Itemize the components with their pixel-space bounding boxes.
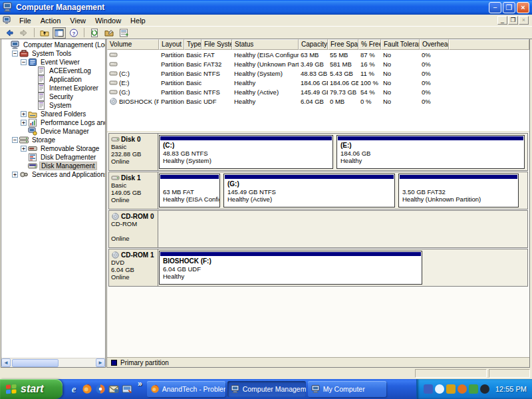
table-row[interactable]: (E:)PartitionBasicHealthy184.06 GB184.06… (107, 78, 529, 87)
sidebar-item-system-tools[interactable]: −System Tools (1, 49, 105, 58)
table-row[interactable]: BIOSHOCK (F:)PartitionBasicUDFHealthy6.0… (107, 96, 529, 106)
column-header-fault[interactable]: Fault Tolerance (381, 39, 420, 50)
show-desktop-icon[interactable] (122, 384, 132, 394)
column-header-fs[interactable]: File System (201, 39, 232, 50)
column-header-free[interactable]: Free Space (328, 39, 358, 50)
partition-box[interactable]: BIOSHOCK (F:)6.04 GB UDFHealthy (159, 251, 422, 285)
tray-4-icon[interactable] (458, 384, 467, 394)
menu-file[interactable]: File (15, 16, 36, 25)
media-player-icon[interactable] (95, 384, 106, 394)
column-header-volume[interactable]: Volume (107, 39, 159, 50)
cell-text: 48.83 GB (301, 70, 327, 77)
cell-text: No (383, 51, 391, 59)
tree-horizontal-scrollbar[interactable]: ◄ ► (1, 358, 105, 367)
tree-item-label: Services and Applications (31, 171, 106, 178)
expand-icon[interactable]: + (12, 172, 18, 178)
menu-action[interactable]: Action (36, 16, 66, 25)
tray-1-icon[interactable] (424, 384, 433, 394)
partition-box[interactable]: (E:)184.06 GBHealthy (336, 135, 525, 169)
sidebar-item-system[interactable]: System (1, 101, 105, 110)
disk-label[interactable]: CD-ROM 1DVD6.04 GBOnline (108, 249, 158, 287)
cell-text: Basic (186, 98, 201, 105)
partition-box[interactable]: (C:)48.83 GB NTFSHealthy (System) (159, 135, 333, 169)
scroll-left-arrow-icon[interactable]: ◄ (1, 358, 11, 367)
outlook-express-icon[interactable] (108, 384, 119, 394)
disk-label[interactable]: Disk 0Basic232.88 GBOnline (108, 133, 158, 171)
sidebar-item-aceeventlog[interactable]: ACEEventLog (1, 66, 105, 75)
disk-label[interactable]: CD-ROM 0CD-ROM Online (108, 210, 158, 248)
tree-item-label: Removable Storage (39, 145, 100, 152)
close-button[interactable]: × (517, 2, 529, 13)
collapse-icon[interactable]: − (12, 137, 18, 143)
console-tree-pane: Computer Management (Local)−System Tools… (1, 39, 106, 368)
table-row[interactable]: PartitionBasicFATHealthy (EISA Configura… (107, 50, 529, 59)
sidebar-item-security[interactable]: Security (1, 92, 105, 101)
firefox-icon[interactable] (82, 384, 92, 394)
partition-box[interactable]: 3.50 GB FAT32Healthy (Unknown Partition) (398, 174, 519, 207)
mdi-minimize-button[interactable]: _ (497, 16, 507, 25)
column-header-pct[interactable]: % Free (358, 39, 381, 50)
quick-launch-overflow-chevron[interactable]: » (136, 379, 144, 399)
table-row[interactable]: (G:)PartitionBasicNTFSHealthy (Active)14… (107, 87, 529, 96)
column-header-status[interactable]: Status (232, 39, 299, 50)
column-header-overhead[interactable]: Overhead (420, 39, 449, 50)
sidebar-item-performance-logs-and-alerts[interactable]: +Performance Logs and Alerts (1, 118, 105, 127)
sidebar-item-storage[interactable]: −Storage (1, 136, 105, 144)
sidebar-item-device-manager[interactable]: Device Manager (1, 127, 105, 136)
sidebar-item-event-viewer[interactable]: −Event Viewer (1, 58, 105, 66)
partition-box[interactable]: 63 MB FATHealthy (EISA Config (159, 174, 220, 207)
menu-view[interactable]: View (65, 16, 90, 25)
column-header-type[interactable]: Type (184, 39, 201, 50)
sidebar-item-services-and-applications[interactable]: +Services and Applications (1, 170, 105, 179)
start-button[interactable]: start (0, 379, 63, 399)
disk-partitions-area: BIOSHOCK (F:)6.04 GB UDFHealthy (158, 249, 528, 287)
show-hide-console-tree-button[interactable] (53, 27, 66, 39)
up-level-button[interactable] (38, 27, 51, 39)
status-panel (415, 369, 487, 378)
column-header-capacity[interactable]: Capacity (299, 39, 328, 50)
forward-button[interactable] (17, 27, 31, 39)
disk-label[interactable]: Disk 1Basic149.05 GBOnline (108, 172, 158, 209)
expand-icon[interactable]: + (21, 146, 27, 152)
collapse-icon[interactable]: − (12, 51, 18, 57)
expand-icon[interactable]: + (21, 120, 27, 126)
sidebar-item-computer-management-local-[interactable]: Computer Management (Local) (1, 41, 105, 49)
menu-window[interactable]: Window (90, 16, 126, 25)
properties-button[interactable] (102, 27, 116, 39)
mdi-close-button[interactable]: × (519, 16, 529, 25)
refresh-button[interactable] (88, 27, 101, 39)
tray-6-icon[interactable] (480, 384, 489, 394)
expand-icon[interactable]: + (21, 111, 27, 117)
table-row[interactable]: (C:)PartitionBasicNTFSHealthy (System)48… (107, 68, 529, 78)
help-button[interactable]: ? (67, 27, 80, 39)
mdi-restore-button[interactable]: ❐ (508, 16, 518, 25)
sidebar-item-disk-defragmenter[interactable]: Disk Defragmenter (1, 153, 105, 162)
tray-3-icon[interactable] (446, 384, 456, 394)
sidebar-item-removable-storage[interactable]: +Removable Storage (1, 144, 105, 153)
menu-items: FileActionViewWindowHelp (15, 16, 150, 25)
sidebar-item-internet-explorer[interactable]: Internet Explorer (1, 84, 105, 92)
internet-explorer-icon[interactable]: e (68, 384, 79, 394)
sidebar-item-disk-management[interactable]: Disk Management (1, 162, 105, 170)
task-button-computer-management[interactable]: Computer Management (227, 381, 306, 397)
back-button[interactable] (3, 27, 16, 39)
sidebar-item-application[interactable]: Application (1, 75, 105, 84)
sidebar-item-shared-folders[interactable]: +Shared Folders (1, 110, 105, 118)
tray-5-icon[interactable] (469, 384, 478, 394)
restore-button[interactable]: ❐ (503, 2, 515, 13)
disk-info-line: 232.88 GB (111, 150, 156, 158)
disk-row-cd-rom-0: CD-ROM 0CD-ROM Online (108, 210, 528, 248)
collapse-icon[interactable]: − (21, 59, 27, 65)
export-list-button[interactable] (117, 27, 130, 39)
cell-free: 55 MB (328, 51, 358, 59)
task-button-anandtech-problem-[interactable]: AnandTech - Problem... (147, 381, 225, 397)
minimize-button[interactable]: − (489, 2, 501, 13)
table-row[interactable]: PartitionBasicFAT32Healthy (Unknown Part… (107, 59, 529, 68)
scrollbar-thumb[interactable] (12, 359, 59, 367)
partition-box[interactable]: (G:)145.49 GB NTFSHealthy (Active) (223, 174, 395, 207)
column-header-layout[interactable]: Layout (159, 39, 184, 50)
scroll-right-arrow-icon[interactable]: ► (96, 358, 105, 367)
task-button-my-computer[interactable]: My Computer (308, 381, 386, 397)
menu-help[interactable]: Help (126, 16, 150, 25)
tray-2-icon[interactable] (435, 384, 444, 394)
